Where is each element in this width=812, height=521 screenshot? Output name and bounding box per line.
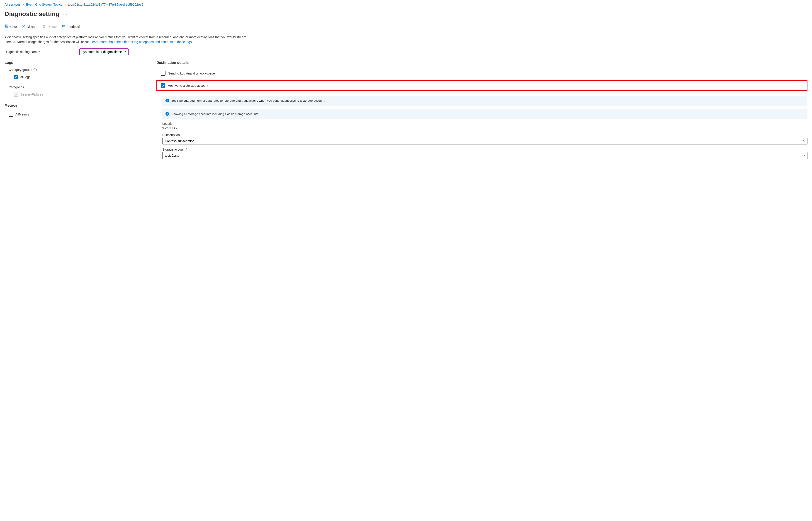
subscription-label: Subscription [162, 133, 808, 137]
save-label: Save [9, 25, 17, 28]
send-law-checkbox[interactable] [161, 71, 166, 76]
breadcrumb-link-topic[interactable]: topic01stg-811a624a-8a77-437e-89de-dfeb5… [68, 3, 143, 6]
discard-button[interactable]: Discard [22, 24, 37, 29]
storage-account-label: Storage account* [162, 148, 808, 151]
storage-account-select[interactable] [162, 152, 808, 159]
page-title: Diagnostic setting [4, 10, 60, 18]
category-groups-label: Category groups [8, 68, 32, 71]
setting-name-label: Diagnostic setting name* [4, 50, 79, 54]
archive-storage-label: Archive to a storage account [168, 84, 208, 87]
breadcrumb: All services › Event Grid System Topics … [4, 3, 808, 6]
subscription-select[interactable] [162, 138, 808, 144]
svg-rect-1 [5, 25, 7, 26]
breadcrumb-link-system-topics[interactable]: Event Grid System Topics [26, 3, 62, 6]
categories-label: Categories [8, 85, 24, 89]
allmetrics-checkbox[interactable] [8, 112, 13, 117]
discard-label: Discard [27, 25, 37, 28]
deliveryfailures-label: DeliveryFailures [20, 93, 43, 96]
learn-more-link[interactable]: Learn more about the different log categ… [90, 40, 192, 44]
archive-storage-checkbox[interactable] [161, 83, 165, 88]
save-icon [4, 24, 8, 29]
alllogs-checkbox[interactable] [14, 75, 18, 79]
svg-rect-5 [43, 25, 45, 28]
close-icon [22, 24, 25, 29]
send-law-label: Send to Log Analytics workspace [168, 71, 215, 75]
alllogs-label: allLogs [20, 75, 30, 79]
chevron-right-icon: › [65, 3, 66, 6]
storage-charge-info: i You'll be charged normal data rates fo… [162, 96, 808, 106]
feedback-button[interactable]: Feedback [62, 24, 81, 29]
metrics-heading: Metrics [4, 104, 147, 108]
description-text: A diagnostic setting specifies a list of… [4, 35, 254, 44]
storage-listing-info: i Showing all storage accounts including… [162, 109, 808, 119]
deliveryfailures-checkbox [14, 92, 18, 97]
trash-icon [42, 24, 46, 29]
location-label: Location [162, 122, 808, 126]
allmetrics-label: AllMetrics [16, 113, 29, 116]
logs-heading: Logs [4, 61, 147, 65]
chevron-right-icon: › [146, 3, 147, 6]
feedback-icon [62, 24, 65, 29]
toolbar: Save Discard Delete Feedback [4, 24, 808, 31]
destination-heading: Destination details [156, 61, 808, 65]
breadcrumb-link-all-services[interactable]: All services [4, 3, 21, 6]
feedback-label: Feedback [67, 25, 81, 28]
save-button[interactable]: Save [4, 24, 17, 29]
svg-rect-2 [5, 26, 7, 28]
location-value: West US 2 [162, 126, 808, 130]
svg-point-8 [62, 25, 63, 26]
more-actions-button[interactable]: ··· [63, 12, 67, 17]
delete-button: Delete [42, 24, 57, 29]
info-icon[interactable]: i [34, 68, 37, 71]
delete-label: Delete [47, 25, 57, 28]
setting-name-input[interactable] [79, 48, 129, 55]
info-icon: i [166, 99, 169, 103]
info-icon: i [166, 112, 169, 116]
chevron-right-icon: › [23, 3, 24, 6]
